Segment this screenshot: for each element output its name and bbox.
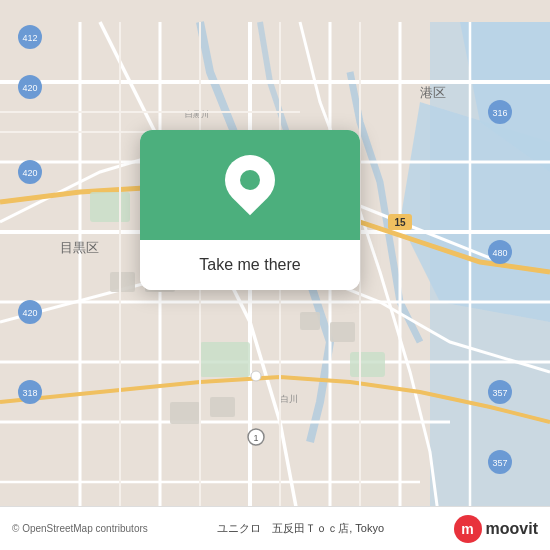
svg-text:480: 480 — [492, 248, 507, 258]
location-label: ユニクロ 五反田Ｔｏｃ店, Tokyo — [156, 521, 446, 536]
svg-text:目黒区: 目黒区 — [60, 240, 99, 255]
map-attribution: © OpenStreetMap contributors — [12, 523, 148, 534]
pin-inner — [240, 170, 260, 190]
popup-header — [140, 130, 360, 240]
location-pin-icon — [225, 155, 275, 215]
svg-rect-43 — [300, 312, 320, 330]
svg-text:420: 420 — [22, 83, 37, 93]
svg-text:357: 357 — [492, 388, 507, 398]
svg-text:420: 420 — [22, 308, 37, 318]
svg-text:白川: 白川 — [280, 394, 298, 404]
svg-rect-41 — [110, 272, 135, 292]
svg-text:318: 318 — [22, 388, 37, 398]
svg-text:15: 15 — [394, 217, 406, 228]
pin-circle — [215, 145, 286, 216]
svg-rect-39 — [200, 342, 250, 377]
svg-text:357: 357 — [492, 458, 507, 468]
bottom-bar: © OpenStreetMap contributors ユニクロ 五反田Ｔｏｃ… — [0, 506, 550, 550]
svg-text:1: 1 — [253, 433, 258, 443]
svg-rect-40 — [350, 352, 385, 377]
svg-text:412: 412 — [22, 33, 37, 43]
svg-rect-38 — [90, 192, 130, 222]
svg-point-53 — [251, 371, 261, 381]
svg-rect-44 — [330, 322, 355, 342]
svg-text:港区: 港区 — [420, 85, 446, 100]
map-container: 15 412 420 420 420 318 316 480 357 357 目… — [0, 0, 550, 550]
svg-text:316: 316 — [492, 108, 507, 118]
moovit-brand-text: moovit — [486, 520, 538, 538]
moovit-logo: m moovit — [454, 515, 538, 543]
svg-rect-46 — [210, 397, 235, 417]
svg-rect-45 — [170, 402, 200, 424]
popup-card: Take me there — [140, 130, 360, 290]
moovit-icon: m — [454, 515, 482, 543]
take-me-there-button[interactable]: Take me there — [140, 240, 360, 290]
svg-text:420: 420 — [22, 168, 37, 178]
